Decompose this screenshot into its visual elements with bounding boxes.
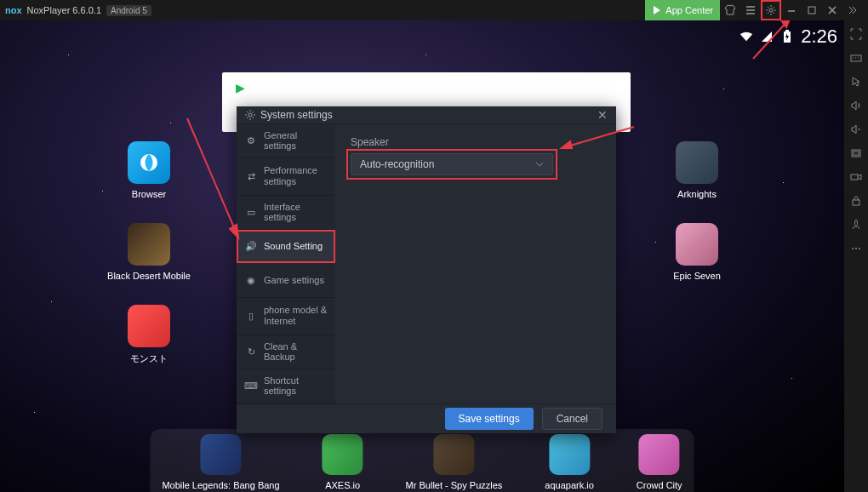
sidebar-item-interface[interactable]: ▭ Interface settings: [237, 196, 335, 230]
svg-point-8: [855, 248, 857, 249]
app-black-desert[interactable]: Black Desert Mobile: [119, 223, 179, 281]
settings-sidebar: ⚙ General settings ⇄ Performance setting…: [237, 124, 335, 403]
dock-label: aquapark.io: [545, 480, 594, 490]
android-badge: Android 5: [106, 5, 151, 16]
app-label: Browser: [132, 189, 166, 199]
app-title: NoxPlayer 6.6.0.1: [27, 5, 101, 15]
android-status-bar: 2:26: [740, 26, 837, 48]
system-settings-modal: System settings ✕ ⚙ General settings ⇄ P…: [237, 106, 616, 433]
close-icon[interactable]: [822, 0, 842, 20]
gear-icon: [245, 110, 255, 120]
app-browser[interactable]: Browser: [119, 141, 179, 199]
wifi-icon: [740, 31, 753, 43]
app-center-button[interactable]: App Center: [645, 0, 720, 20]
sidebar-label: General settings: [264, 130, 327, 151]
dock-label: AXES.io: [325, 480, 360, 490]
sidebar-label: Sound Setting: [264, 241, 323, 251]
cancel-label: Cancel: [557, 413, 588, 425]
cursor-icon[interactable]: [846, 72, 866, 92]
cancel-button[interactable]: Cancel: [542, 408, 602, 430]
sidebar-label: phone model & Internet: [264, 305, 327, 327]
select-value: Auto-recognition: [360, 158, 434, 170]
app-monst[interactable]: モンスト: [119, 305, 179, 365]
dock-axes[interactable]: AXES.io: [323, 434, 363, 492]
status-time: 2:26: [801, 26, 837, 48]
speaker-select[interactable]: Auto-recognition: [351, 153, 553, 175]
sidebar-item-clean[interactable]: ↻ Clean & Backup: [237, 335, 335, 369]
dock-mobile-legends[interactable]: Mobile Legends: Bang Bang: [162, 434, 279, 492]
modal-close-icon[interactable]: ✕: [597, 108, 608, 122]
dock-label: Crowd City: [637, 480, 682, 490]
phone-icon: ▯: [245, 310, 257, 322]
minimize-icon[interactable]: [781, 0, 802, 20]
signal-icon: [760, 31, 774, 43]
fullscreen-icon[interactable]: [846, 24, 866, 44]
dock-crowd-city[interactable]: Crowd City: [637, 434, 682, 492]
dock-label: Mr Bullet - Spy Puzzles: [406, 480, 503, 490]
speaker-label: Speaker: [351, 136, 601, 148]
dock-label: Mobile Legends: Bang Bang: [162, 480, 279, 490]
app-epic-seven[interactable]: Epic Seven: [667, 223, 727, 281]
keyboard-icon[interactable]: [846, 48, 866, 68]
modal-header: System settings ✕: [237, 106, 616, 124]
svg-rect-1: [808, 7, 815, 14]
right-toolbar: [844, 20, 868, 492]
window-titlebar: nox NoxPlayer 6.6.0.1 Android 5 App Cent…: [0, 0, 868, 20]
maximize-icon[interactable]: [802, 0, 822, 20]
refresh-icon: ↻: [245, 346, 257, 358]
sidebar-label: Shortcut settings: [264, 375, 327, 396]
svg-point-0: [769, 9, 773, 12]
save-button[interactable]: Save settings: [445, 408, 534, 430]
sidebar-item-phone[interactable]: ▯ phone model & Internet: [237, 298, 335, 335]
svg-rect-5: [851, 174, 858, 180]
app-label: Arknights: [677, 189, 717, 199]
volume-down-icon[interactable]: [846, 119, 866, 140]
globe-icon: [138, 152, 160, 174]
svg-point-9: [859, 248, 860, 249]
settings-content: Speaker Auto-recognition: [335, 124, 616, 403]
speed-icon: ⇄: [245, 170, 257, 182]
screenshot-icon[interactable]: [846, 143, 866, 163]
app-label: モンスト: [130, 352, 168, 365]
record-icon[interactable]: [846, 167, 866, 187]
menu-icon[interactable]: [740, 0, 761, 20]
app-label: Black Desert Mobile: [107, 271, 191, 281]
svg-rect-11: [785, 30, 789, 31]
chevron-down-icon: [535, 162, 544, 167]
screen-icon: ▭: [245, 206, 257, 218]
chevrons-right-icon[interactable]: [842, 0, 863, 20]
svg-rect-6: [853, 200, 859, 205]
sidebar-label: Performance settings: [264, 165, 327, 187]
sidebar-item-shortcut[interactable]: ⌨ Shortcut settings: [237, 369, 335, 403]
sidebar-label: Game settings: [264, 275, 324, 285]
app-dock: Mobile Legends: Bang Bang AXES.io Mr Bul…: [150, 429, 694, 492]
shirt-icon[interactable]: [720, 0, 740, 20]
modal-footer: Save settings Cancel: [237, 403, 616, 433]
sound-icon: 🔊: [245, 240, 257, 252]
volume-up-icon[interactable]: [846, 95, 866, 116]
dock-mr-bullet[interactable]: Mr Bullet - Spy Puzzles: [406, 434, 503, 492]
rocket-icon[interactable]: [846, 215, 866, 235]
sidebar-item-performance[interactable]: ⇄ Performance settings: [237, 158, 335, 196]
sidebar-item-game[interactable]: ◉ Game settings: [237, 264, 335, 298]
sidebar-label: Clean & Backup: [264, 341, 327, 362]
sidebar-item-general[interactable]: ⚙ General settings: [237, 124, 335, 158]
settings-gear-icon[interactable]: [761, 0, 781, 20]
keyboard-icon: ⌨: [245, 380, 257, 392]
app-arknights[interactable]: Arknights: [667, 141, 727, 199]
modal-title: System settings: [260, 109, 333, 121]
app-label: Epic Seven: [673, 271, 721, 281]
annotation-arrow: [170, 114, 247, 242]
android-desktop: 2:26 Browser Black Desert Mobile モンスト Ar…: [0, 20, 844, 492]
dock-aquapark[interactable]: aquapark.io: [545, 434, 594, 492]
sidebar-item-sound[interactable]: 🔊 Sound Setting: [237, 230, 335, 264]
sidebar-label: Interface settings: [264, 202, 327, 222]
svg-point-7: [852, 248, 854, 249]
battery-charging-icon: [780, 31, 794, 43]
svg-line-16: [187, 118, 238, 237]
gear-icon: ⚙: [245, 134, 257, 146]
save-label: Save settings: [459, 413, 520, 425]
lock-icon[interactable]: [846, 191, 866, 211]
svg-rect-4: [854, 152, 859, 155]
more-icon[interactable]: [846, 238, 866, 259]
